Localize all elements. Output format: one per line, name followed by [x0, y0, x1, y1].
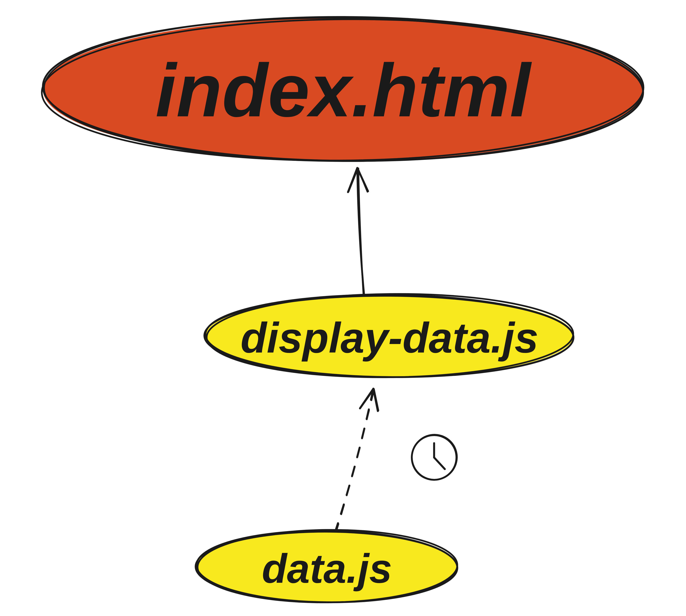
dependency-diagram: index.html display-data.js [0, 0, 686, 616]
edge-bottom-to-middle [335, 389, 379, 533]
clock-icon [411, 434, 458, 481]
node-index-html: index.html [41, 15, 644, 164]
node-data-js: data.js [195, 529, 458, 604]
edge-middle-to-root [348, 168, 368, 299]
node-index-html-label: index.html [155, 48, 532, 132]
node-data-js-label: data.js [262, 546, 392, 592]
node-display-data-js: display-data.js [204, 292, 574, 379]
node-display-data-js-label: display-data.js [241, 314, 538, 362]
